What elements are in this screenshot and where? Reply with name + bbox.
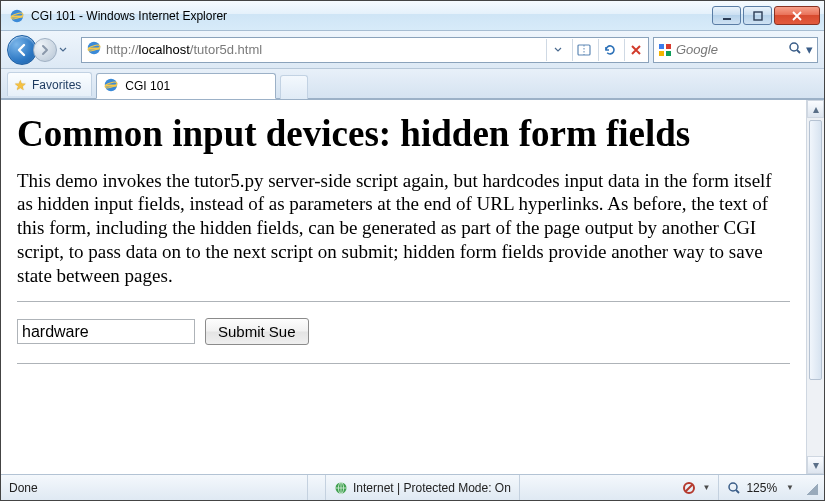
svg-rect-7 bbox=[659, 44, 664, 49]
nav-button-group bbox=[7, 35, 77, 65]
divider bbox=[17, 301, 790, 302]
zoom-control[interactable]: 125% ▼ bbox=[718, 475, 802, 500]
arrow-right-icon bbox=[39, 44, 51, 56]
globe-icon bbox=[334, 481, 348, 495]
tab-active[interactable]: CGI 101 bbox=[96, 73, 276, 99]
scroll-thumb[interactable] bbox=[809, 120, 822, 380]
ie-page-icon bbox=[103, 77, 119, 96]
window-titlebar: CGI 101 - Windows Internet Explorer bbox=[1, 1, 824, 31]
page-heading: Common input devices: hidden form fields bbox=[17, 114, 790, 155]
status-dropdown-1[interactable]: ▼ bbox=[702, 483, 710, 492]
svg-point-11 bbox=[790, 43, 798, 51]
window-minimize-button[interactable] bbox=[712, 6, 741, 25]
form-row: Submit Sue bbox=[17, 318, 790, 345]
document-body: Common input devices: hidden form fields… bbox=[1, 100, 806, 474]
ie-favicon bbox=[9, 8, 25, 24]
magnifier-icon bbox=[727, 481, 741, 495]
zoom-dropdown[interactable]: ▼ bbox=[786, 483, 794, 492]
privacy-report-icon[interactable] bbox=[681, 480, 697, 496]
address-dropdown[interactable] bbox=[546, 39, 568, 61]
tab-strip: ★ Favorites CGI 101 bbox=[1, 69, 824, 99]
close-icon bbox=[791, 11, 803, 21]
status-seg-blank1 bbox=[307, 475, 325, 500]
star-icon: ★ bbox=[14, 77, 27, 93]
page-broken-icon bbox=[577, 44, 591, 56]
favorites-label: Favorites bbox=[32, 78, 81, 92]
svg-rect-9 bbox=[659, 51, 664, 56]
svg-rect-10 bbox=[666, 51, 671, 56]
scroll-down-button[interactable]: ▾ bbox=[807, 456, 824, 474]
status-bar: Done Internet | Protected Mode: On ▼ 125… bbox=[1, 474, 824, 500]
address-bar[interactable]: http://localhost/tutor5d.html bbox=[81, 37, 649, 63]
stop-x-icon bbox=[630, 44, 642, 56]
security-zone-label: Internet | Protected Mode: On bbox=[353, 481, 511, 495]
status-left-label: Done bbox=[9, 481, 38, 495]
page-paragraph: This demo invokes the tutor5.py server-s… bbox=[17, 169, 790, 288]
refresh-icon bbox=[603, 43, 617, 57]
window-maximize-button[interactable] bbox=[743, 6, 772, 25]
arrow-left-icon bbox=[15, 43, 29, 57]
status-text: Done bbox=[7, 475, 307, 500]
job-text-input[interactable] bbox=[17, 319, 195, 344]
compat-view-button[interactable] bbox=[572, 39, 594, 61]
svg-rect-2 bbox=[723, 18, 731, 20]
nav-history-dropdown[interactable] bbox=[57, 38, 69, 62]
submit-button[interactable]: Submit Sue bbox=[205, 318, 309, 345]
favorites-button[interactable]: ★ Favorites bbox=[7, 72, 92, 96]
vertical-scrollbar[interactable]: ▴ ▾ bbox=[806, 100, 824, 474]
divider bbox=[17, 363, 790, 364]
stop-button[interactable] bbox=[624, 39, 646, 61]
google-g-icon bbox=[658, 43, 672, 57]
scroll-up-button[interactable]: ▴ bbox=[807, 100, 824, 118]
search-go-button[interactable] bbox=[788, 41, 802, 58]
search-dropdown[interactable]: ▾ bbox=[806, 42, 813, 57]
maximize-icon bbox=[753, 11, 763, 21]
search-box[interactable]: Google ▾ bbox=[653, 37, 818, 63]
minimize-icon bbox=[722, 11, 732, 21]
chevron-down-icon bbox=[554, 46, 562, 54]
security-zone[interactable]: Internet | Protected Mode: On bbox=[325, 475, 519, 500]
svg-rect-3 bbox=[754, 12, 762, 20]
forward-button[interactable] bbox=[33, 38, 57, 62]
window-title: CGI 101 - Windows Internet Explorer bbox=[31, 9, 227, 23]
content-viewport: Common input devices: hidden form fields… bbox=[1, 99, 824, 474]
navigation-toolbar: http://localhost/tutor5d.html Google ▾ bbox=[1, 31, 824, 69]
status-icon-tray: ▼ bbox=[519, 475, 719, 500]
search-placeholder: Google bbox=[676, 42, 784, 57]
zoom-value: 125% bbox=[746, 481, 777, 495]
refresh-button[interactable] bbox=[598, 39, 620, 61]
tab-title: CGI 101 bbox=[125, 79, 170, 93]
svg-rect-8 bbox=[666, 44, 671, 49]
magnifier-icon bbox=[788, 41, 802, 55]
new-tab-button[interactable] bbox=[280, 75, 308, 99]
resize-grip[interactable] bbox=[804, 481, 818, 495]
ie-page-icon bbox=[86, 40, 102, 59]
address-url[interactable]: http://localhost/tutor5d.html bbox=[106, 42, 542, 57]
window-close-button[interactable] bbox=[774, 6, 820, 25]
chevron-down-icon bbox=[59, 46, 67, 54]
svg-point-17 bbox=[729, 483, 737, 491]
